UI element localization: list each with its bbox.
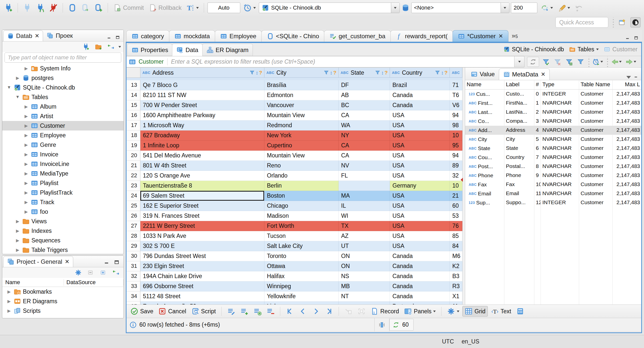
add-row-button[interactable] bbox=[238, 306, 250, 316]
grid-cell[interactable]: Reno bbox=[264, 161, 339, 171]
row-number-cell[interactable]: 14 bbox=[126, 90, 140, 100]
row-number-cell[interactable]: 29 bbox=[126, 241, 140, 251]
grid-cell[interactable]: 230 Elgin Street bbox=[140, 261, 264, 271]
grid-cell[interactable]: Edmonton bbox=[264, 90, 339, 100]
chevron-right-icon[interactable]: ▶ bbox=[23, 161, 29, 167]
sql-filter-input[interactable] bbox=[171, 58, 512, 65]
grid-cell[interactable]: 796 Dundas Street West bbox=[140, 251, 264, 261]
grid-cell[interactable]: USA bbox=[390, 161, 450, 171]
grid-cell[interactable]: 8210 111 ST NW bbox=[140, 90, 264, 100]
row-number-cell[interactable]: 13 bbox=[126, 80, 140, 90]
chevron-right-icon[interactable]: ▶ bbox=[23, 171, 29, 176]
grid-cell[interactable]: 801 W 4th Street bbox=[140, 161, 264, 171]
grid-cell[interactable]: 71 bbox=[450, 80, 462, 90]
grid-cell[interactable]: M6 bbox=[450, 251, 462, 261]
grid-cell[interactable]: Yellowknife bbox=[264, 291, 339, 301]
grid-cell[interactable]: MB bbox=[339, 281, 390, 291]
grid-cell[interactable]: 120 S Orange Ave bbox=[140, 171, 264, 181]
tree-item-sequences[interactable]: ▶Sequences bbox=[2, 236, 124, 245]
row-number-cell[interactable]: 17 bbox=[126, 120, 140, 130]
grid-cell[interactable]: Orlando bbox=[264, 171, 339, 181]
sort-icon[interactable]: ↕ bbox=[256, 68, 258, 77]
grid-cell[interactable]: USA bbox=[390, 120, 450, 130]
grid-cell[interactable]: DF bbox=[339, 80, 390, 90]
grid-cell[interactable]: Chicago bbox=[264, 201, 339, 211]
tree-item-sqlite-chinook-db[interactable]: ▼SQLite - Chinook.db bbox=[2, 83, 124, 92]
column-header-country[interactable]: ABCCountry↕? bbox=[390, 68, 450, 78]
text-view-button[interactable]: ‹T›Text bbox=[489, 306, 513, 316]
new-connection-button[interactable] bbox=[81, 42, 91, 51]
sidebar-tab-datab[interactable]: Datab✕ bbox=[3, 30, 43, 41]
editor-tab-employee[interactable]: Employee bbox=[215, 30, 262, 42]
grid-cell[interactable]: Canada bbox=[390, 90, 450, 100]
chevron-right-icon[interactable]: ▶ bbox=[15, 228, 20, 234]
column-header-city[interactable]: ABCCity↕? bbox=[264, 68, 339, 78]
chevron-right-icon[interactable]: ▶ bbox=[23, 190, 29, 195]
minimize-icon[interactable] bbox=[107, 35, 113, 41]
chevron-right-icon[interactable]: ▶ bbox=[23, 104, 29, 109]
new-sql-script-button[interactable] bbox=[93, 3, 104, 13]
tree-item-mediatype[interactable]: ▶MediaType bbox=[2, 169, 124, 178]
grid-cell[interactable]: 541 Del Medio Avenue bbox=[140, 151, 264, 161]
grid-cell[interactable]: USA bbox=[390, 241, 450, 251]
grid-view-button[interactable]: Grid bbox=[462, 306, 488, 317]
grid-cell[interactable]: 1600 Amphitheatre Parkway bbox=[140, 110, 264, 120]
delete-row-button[interactable] bbox=[264, 306, 276, 316]
grid-cell[interactable]: Brazil bbox=[390, 80, 450, 90]
quick-filter-icon[interactable]: ? bbox=[384, 68, 388, 77]
reconnect-button[interactable] bbox=[34, 3, 46, 13]
connection-selector-combo[interactable]: SQLite - Chinook.db bbox=[259, 3, 400, 13]
open-recent-editor-button[interactable] bbox=[79, 3, 91, 13]
chevron-right-icon[interactable]: ▶ bbox=[6, 299, 12, 304]
grid-cell[interactable]: NV bbox=[339, 161, 390, 171]
grid-cell[interactable]: Redmond bbox=[264, 120, 339, 130]
grid-cell[interactable]: 162 E Superior Street bbox=[140, 201, 264, 211]
grid-cell[interactable]: Canada bbox=[390, 100, 450, 110]
grid-cell[interactable]: 21 bbox=[450, 191, 462, 201]
grid-cell[interactable]: 194A Chain Lake Drive bbox=[140, 271, 264, 281]
grid-cell[interactable]: USA bbox=[390, 201, 450, 211]
calc-panel-button[interactable] bbox=[514, 306, 526, 316]
connection-dropdown-button[interactable] bbox=[391, 3, 399, 13]
breadcrumb-item-sqlite-chinook-db[interactable]: SQLite - Chinook.db bbox=[503, 46, 564, 53]
row-number-cell[interactable]: 25 bbox=[126, 201, 140, 211]
quick-filter-icon[interactable]: ? bbox=[444, 68, 448, 77]
grid-cell[interactable]: 700 W Pender Street bbox=[140, 100, 264, 110]
row-number-cell[interactable]: 16 bbox=[126, 110, 140, 120]
metadata-row[interactable]: ABCAdd...Address4NVARCHARCustomer2,147,4… bbox=[465, 126, 642, 135]
transaction-history-button[interactable] bbox=[242, 3, 257, 13]
sort-icon[interactable]: ↕ bbox=[330, 68, 332, 77]
next-result-button[interactable] bbox=[625, 58, 637, 66]
tree-item-postgres[interactable]: ▶postgres bbox=[2, 73, 124, 83]
auto-refresh-results-button[interactable] bbox=[591, 58, 604, 66]
panels-button[interactable]: Panels bbox=[402, 306, 438, 316]
grid-vertical-scrollbar[interactable] bbox=[462, 68, 465, 304]
metadata-row[interactable]: ABCStateState6NVARCHARCustomer2,147,483 bbox=[465, 144, 642, 153]
sql-generator-button[interactable] bbox=[556, 3, 572, 13]
panel-tab-metadata[interactable]: MetaData✕ bbox=[499, 68, 550, 80]
grid-cell[interactable]: T6 bbox=[450, 90, 462, 100]
result-limit-input[interactable]: 200 bbox=[511, 3, 537, 13]
sidebar-tab-проек[interactable]: Проек bbox=[43, 30, 76, 41]
grid-cell[interactable]: Canada bbox=[390, 271, 450, 281]
grid-cell[interactable]: 627 Broadway bbox=[140, 130, 264, 141]
grid-cell[interactable]: Vancouver bbox=[264, 100, 339, 110]
row-number-cell[interactable]: 32 bbox=[126, 271, 140, 281]
metadata-row[interactable]: 123Sup...Suppo...12INTEGERCustomer2,147,… bbox=[465, 198, 642, 207]
tree-item-employee[interactable]: ▶Employee bbox=[2, 130, 124, 140]
status-calc-segment[interactable] bbox=[375, 318, 389, 331]
row-number-cell[interactable]: 31 bbox=[126, 261, 140, 271]
metadata-row[interactable]: ABCFaxFax10NVARCHARCustomer2,147,483 bbox=[465, 180, 642, 189]
close-icon[interactable]: ✕ bbox=[499, 33, 503, 39]
row-number-cell[interactable]: 28 bbox=[126, 231, 140, 241]
grid-cell[interactable]: 94 bbox=[450, 110, 462, 120]
result-settings-button[interactable] bbox=[445, 306, 461, 316]
grid-cell[interactable]: New York bbox=[264, 130, 339, 141]
view-menu-icon[interactable] bbox=[118, 46, 121, 48]
grid-corner-cell[interactable] bbox=[126, 68, 140, 78]
tree-item-genre[interactable]: ▶Genre bbox=[2, 140, 124, 150]
grid-cell[interactable]: K2 bbox=[450, 261, 462, 271]
row-number-cell[interactable]: 23 bbox=[126, 181, 140, 191]
grid-cell[interactable]: USA bbox=[390, 110, 450, 120]
quick-access-input[interactable] bbox=[555, 17, 608, 28]
